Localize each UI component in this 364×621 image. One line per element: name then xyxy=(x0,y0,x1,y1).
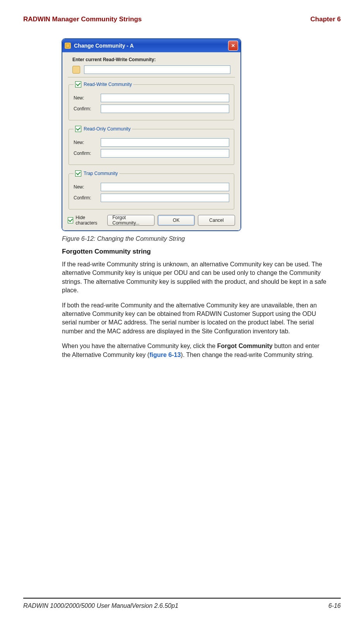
ro-confirm-input[interactable] xyxy=(101,149,229,158)
para3-bold: Forgot Community xyxy=(217,343,273,349)
hide-characters-checkbox[interactable]: Hide characters xyxy=(68,215,104,226)
checkbox-icon[interactable] xyxy=(68,217,73,223)
section-heading: Forgotten Community string xyxy=(62,248,329,256)
trap-new-input[interactable] xyxy=(101,183,229,191)
read-only-group: Read-Only Community New: Confirm: xyxy=(69,126,234,165)
footer-page-number: 6-16 xyxy=(328,602,341,609)
rw-new-input[interactable] xyxy=(101,94,229,102)
read-write-group: Read-Write Community New: Confirm: xyxy=(69,81,234,120)
rw-legend-text: Read-Write Community xyxy=(84,82,132,87)
paragraph-1: If the read-write Community string is un… xyxy=(62,260,329,295)
prompt-label: Enter current Read-Write Community: xyxy=(72,57,235,62)
trap-new-label: New: xyxy=(74,184,101,190)
checkbox-icon[interactable] xyxy=(75,126,81,132)
para3-prefix: When you have the alternative Community … xyxy=(62,343,217,349)
ok-button[interactable]: OK xyxy=(158,215,195,226)
trap-confirm-input[interactable] xyxy=(101,194,229,202)
ro-legend-text: Read-Only Community xyxy=(84,126,130,132)
rw-confirm-label: Confirm: xyxy=(74,106,101,112)
paragraph-3: When you have the alternative Community … xyxy=(62,342,329,359)
para3-suffix: ). Then change the read-write Community … xyxy=(181,352,314,358)
change-community-dialog: Change Community - A ✕ Enter current Rea… xyxy=(62,39,241,231)
key-icon xyxy=(65,43,71,49)
header-right: Chapter 6 xyxy=(311,15,341,23)
trap-group: Trap Community New: Confirm: xyxy=(69,170,234,209)
footer-left: RADWIN 1000/2000/5000 User ManualVersion… xyxy=(23,602,179,609)
rw-confirm-input[interactable] xyxy=(101,105,229,113)
close-icon[interactable]: ✕ xyxy=(228,41,238,51)
rw-new-label: New: xyxy=(74,95,101,101)
figure-caption: Figure 6-12: Changing the Community Stri… xyxy=(62,235,329,242)
divider xyxy=(68,77,235,77)
figure-link[interactable]: figure 6-13 xyxy=(149,352,181,358)
key-icon xyxy=(72,66,80,74)
window-title: Change Community - A xyxy=(74,43,134,49)
trap-legend[interactable]: Trap Community xyxy=(74,170,119,177)
cancel-button[interactable]: Cancel xyxy=(198,215,235,226)
paragraph-2: If both the read-write Community and the… xyxy=(62,301,329,336)
ro-legend[interactable]: Read-Only Community xyxy=(74,126,132,132)
header-left: RADWIN Manager Community Strings xyxy=(23,15,142,23)
ro-new-label: New: xyxy=(74,140,101,145)
titlebar: Change Community - A ✕ xyxy=(62,39,240,52)
current-rw-input[interactable] xyxy=(84,65,230,74)
forgot-community-button[interactable]: Forgot Community... xyxy=(107,215,155,226)
checkbox-icon[interactable] xyxy=(75,81,81,87)
checkbox-icon[interactable] xyxy=(75,170,81,177)
hide-characters-label: Hide characters xyxy=(76,215,104,226)
ro-confirm-label: Confirm: xyxy=(74,151,101,156)
rw-legend[interactable]: Read-Write Community xyxy=(74,81,133,87)
ro-new-input[interactable] xyxy=(101,138,229,147)
trap-confirm-label: Confirm: xyxy=(74,195,101,201)
trap-legend-text: Trap Community xyxy=(84,171,118,176)
